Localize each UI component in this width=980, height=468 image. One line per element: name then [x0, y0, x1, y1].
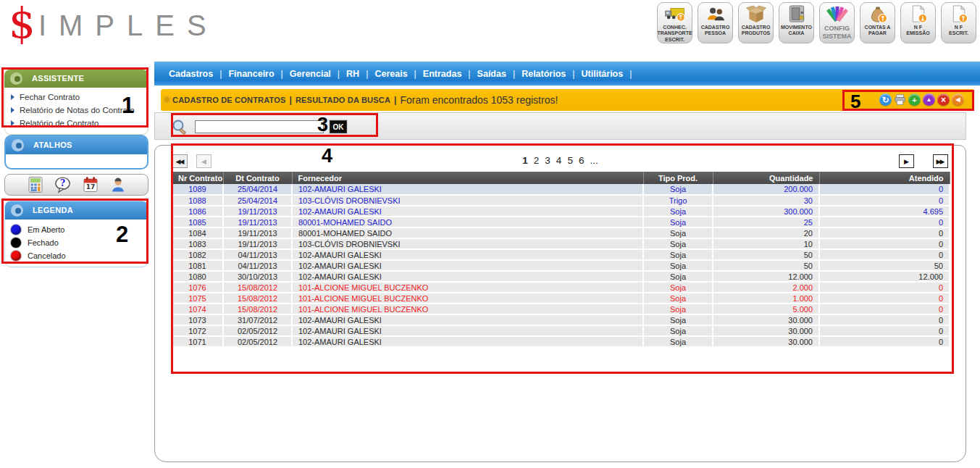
- cell-tipo[interactable]: Soja: [643, 314, 713, 325]
- cell-atendido[interactable]: 0: [819, 195, 950, 206]
- page-number-5[interactable]: 5: [567, 155, 573, 166]
- cell-dt[interactable]: 19/11/2013: [223, 238, 292, 249]
- table-row[interactable]: 107615/08/2012101-ALCIONE MIGUEL BUCZENK…: [172, 282, 950, 293]
- cell-tipo[interactable]: Soja: [643, 227, 713, 238]
- cell-fornecedor[interactable]: 80001-MOHAMED SAIDO: [292, 217, 643, 227]
- menu-item-cereais[interactable]: Cereais: [374, 69, 407, 79]
- cell-tipo[interactable]: Trigo: [643, 195, 713, 206]
- page-number-2[interactable]: 2: [534, 155, 540, 166]
- cadastro-pessoa-button[interactable]: CADASTRO PESSOA: [698, 2, 733, 43]
- cell-tipo[interactable]: Soja: [643, 206, 713, 217]
- cell-dt[interactable]: 04/11/2013: [223, 260, 292, 271]
- cell-quantidade[interactable]: 50: [713, 249, 819, 260]
- cell-fornecedor[interactable]: 102-AMAURI GALESKI: [292, 325, 643, 336]
- cell-dt[interactable]: 19/11/2013: [223, 227, 292, 238]
- table-row[interactable]: 107202/05/2012102-AMAURI GALESKISoja30.0…: [172, 325, 950, 336]
- cell-fornecedor[interactable]: 102-AMAURI GALESKI: [292, 314, 643, 325]
- table-row[interactable]: 108419/11/201380001-MOHAMED SAIDOSoja200: [172, 227, 950, 238]
- cadastro-produtos-button[interactable]: CADASTRO PRODUTOS: [738, 2, 774, 43]
- cell-tipo[interactable]: Soja: [643, 293, 713, 304]
- cell-atendido[interactable]: 0: [819, 304, 950, 314]
- cell-fornecedor[interactable]: 102-AMAURI GALESKI: [292, 260, 643, 271]
- cell-atendido[interactable]: 0: [819, 217, 950, 227]
- cell-atendido[interactable]: 0: [819, 325, 950, 336]
- cell-quantidade[interactable]: 20: [713, 227, 819, 238]
- back-icon[interactable]: ◀: [952, 93, 964, 106]
- table-row[interactable]: 108519/11/201380001-MOHAMED SAIDOSoja250: [172, 217, 950, 227]
- cell-quantidade[interactable]: 12.000: [713, 271, 819, 282]
- menu-item-financeiro[interactable]: Financeiro: [228, 69, 274, 79]
- table-row[interactable]: 108925/04/2014102-AMAURI GALESKISoja200.…: [172, 184, 950, 195]
- add-icon[interactable]: +: [908, 93, 921, 106]
- cell-nr[interactable]: 1076: [172, 282, 223, 293]
- cell-nr[interactable]: 1082: [172, 249, 223, 260]
- cell-quantidade[interactable]: 10: [713, 238, 819, 249]
- cell-nr[interactable]: 1071: [172, 336, 223, 347]
- refresh-icon[interactable]: ↻: [879, 93, 892, 106]
- page-number-...[interactable]: ...: [590, 155, 598, 166]
- cell-atendido[interactable]: 0: [819, 282, 950, 293]
- cell-atendido[interactable]: 4.695: [819, 206, 950, 217]
- cell-nr[interactable]: 1089: [172, 184, 223, 195]
- cell-nr[interactable]: 1081: [172, 260, 223, 271]
- menu-item-cadastros[interactable]: Cadastros: [169, 69, 213, 79]
- assistente-link[interactable]: Relatório de Contrato: [5, 117, 148, 130]
- column-header-atendido[interactable]: Atendido: [819, 172, 950, 184]
- next-page-button[interactable]: ▶: [899, 154, 914, 168]
- cell-dt[interactable]: 04/11/2013: [223, 249, 292, 260]
- menu-item-gerencial[interactable]: Gerencial: [290, 69, 331, 79]
- cell-fornecedor[interactable]: 102-AMAURI GALESKI: [292, 206, 643, 217]
- cell-quantidade[interactable]: 5.000: [713, 304, 819, 314]
- cell-nr[interactable]: 1086: [172, 206, 223, 217]
- cell-quantidade[interactable]: 300.000: [713, 206, 819, 217]
- cell-quantidade[interactable]: 2.000: [713, 282, 819, 293]
- cell-fornecedor[interactable]: 103-CLÓVIS DROBNIEVSKI: [292, 195, 643, 206]
- cell-dt[interactable]: 19/11/2013: [223, 206, 292, 217]
- cell-dt[interactable]: 15/08/2012: [223, 293, 292, 304]
- table-row[interactable]: 107331/07/2012102-AMAURI GALESKISoja30.0…: [172, 314, 950, 325]
- menu-item-utilitarios[interactable]: Utilitários: [582, 69, 624, 79]
- cell-quantidade[interactable]: 50: [713, 260, 819, 271]
- cell-quantidade[interactable]: 25: [713, 217, 819, 227]
- table-row[interactable]: 108104/11/2013102-AMAURI GALESKISoja5050: [172, 260, 950, 271]
- page-number-1[interactable]: 1: [522, 155, 528, 166]
- cell-dt[interactable]: 15/08/2012: [223, 304, 292, 314]
- table-row[interactable]: 108030/10/2013102-AMAURI GALESKISoja12.0…: [172, 271, 950, 282]
- cell-atendido[interactable]: 50: [819, 260, 950, 271]
- table-row[interactable]: 108319/11/2013103-CLÓVIS DROBNIEVSKISoja…: [172, 238, 950, 249]
- cell-quantidade[interactable]: 30.000: [713, 325, 819, 336]
- nf-escrit-button[interactable]: ↑ N F ESCRIT.: [941, 2, 976, 43]
- cell-fornecedor[interactable]: 101-ALCIONE MIGUEL BUCZENKO: [292, 282, 643, 293]
- move-up-icon[interactable]: ▲: [923, 93, 935, 106]
- cell-fornecedor[interactable]: 80001-MOHAMED SAIDO: [292, 227, 643, 238]
- cell-atendido[interactable]: 0: [819, 238, 950, 249]
- cell-nr[interactable]: 1080: [172, 271, 223, 282]
- menu-item-entradas[interactable]: Entradas: [423, 69, 462, 79]
- cell-fornecedor[interactable]: 102-AMAURI GALESKI: [292, 249, 643, 260]
- page-number-6[interactable]: 6: [579, 155, 585, 166]
- cancel-icon[interactable]: ×: [937, 93, 950, 106]
- cell-tipo[interactable]: Soja: [643, 325, 713, 336]
- table-row[interactable]: 108825/04/2014103-CLÓVIS DROBNIEVSKITrig…: [172, 195, 950, 206]
- cell-quantidade[interactable]: 200.000: [713, 184, 819, 195]
- table-row[interactable]: 108619/11/2013102-AMAURI GALESKISoja300.…: [172, 206, 950, 217]
- column-header-fornecedor[interactable]: Fornecedor: [292, 172, 643, 184]
- cell-quantidade[interactable]: 1.000: [713, 293, 819, 304]
- cell-nr[interactable]: 1084: [172, 227, 223, 238]
- cell-atendido[interactable]: 0: [819, 336, 950, 347]
- cell-nr[interactable]: 1075: [172, 293, 223, 304]
- table-row[interactable]: 107102/05/2012102-AMAURI GALESKISoja30.0…: [172, 336, 950, 347]
- cell-fornecedor[interactable]: 102-AMAURI GALESKI: [292, 271, 643, 282]
- cell-nr[interactable]: 1085: [172, 217, 223, 227]
- cell-dt[interactable]: 02/05/2012: [223, 336, 292, 347]
- cell-atendido[interactable]: 0: [819, 227, 950, 238]
- cell-fornecedor[interactable]: 101-ALCIONE MIGUEL BUCZENKO: [292, 293, 643, 304]
- menu-item-rh[interactable]: RH: [346, 69, 359, 79]
- cell-tipo[interactable]: Soja: [643, 336, 713, 347]
- cell-dt[interactable]: 02/05/2012: [223, 325, 292, 336]
- cell-quantidade[interactable]: 30.000: [713, 314, 819, 325]
- cell-tipo[interactable]: Soja: [643, 238, 713, 249]
- assistente-link[interactable]: Fechar Contrato: [5, 91, 148, 104]
- calendar-icon[interactable]: 17: [82, 176, 99, 193]
- cell-tipo[interactable]: Soja: [643, 282, 713, 293]
